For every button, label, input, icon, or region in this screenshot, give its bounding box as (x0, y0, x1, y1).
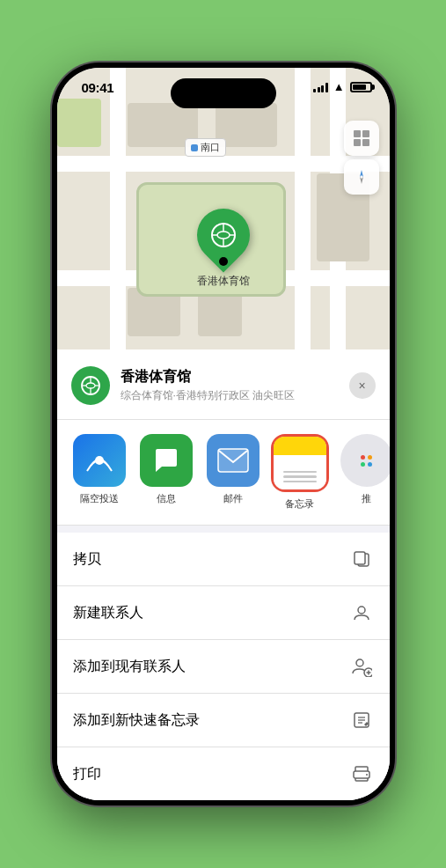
map-type-icon (352, 129, 371, 148)
venue-icon (78, 373, 103, 398)
share-more[interactable]: 推 (339, 434, 390, 511)
stadium-svg-icon (208, 220, 238, 250)
bottom-sheet: 香港体育馆 综合体育馆·香港特别行政区 油尖旺区 × 隔空 (57, 352, 390, 800)
person-add-icon (349, 654, 374, 679)
mail-label: 邮件 (223, 492, 243, 505)
action-copy-label: 拷贝 (73, 550, 101, 569)
svg-rect-6 (354, 130, 361, 137)
svg-marker-11 (360, 177, 363, 184)
notes-line-3 (283, 481, 317, 483)
location-pin: 香港体育馆 (197, 209, 250, 289)
action-add-quick-note-label: 添加到新快速备忘录 (73, 711, 200, 730)
airdrop-label: 隔空投送 (80, 492, 119, 505)
notes-label: 备忘录 (285, 497, 314, 511)
action-add-existing-contact[interactable]: 添加到现有联系人 (57, 640, 390, 694)
more-label: 推 (362, 492, 371, 505)
dynamic-island (171, 78, 276, 108)
airdrop-icon (73, 434, 126, 487)
status-icons: ▲ (313, 80, 371, 93)
svg-rect-9 (362, 139, 369, 146)
svg-point-13 (86, 383, 95, 388)
location-card-icon (71, 366, 110, 405)
map-location-label: 南口 (185, 138, 226, 157)
person-icon (349, 600, 374, 625)
svg-rect-19 (218, 449, 248, 472)
share-mail[interactable]: 邮件 (205, 434, 261, 511)
action-add-quick-note[interactable]: 添加到新快速备忘录 (57, 694, 390, 747)
share-messages[interactable]: 信息 (138, 434, 194, 511)
share-row: 隔空投送 信息 (57, 420, 390, 526)
wifi-icon: ▲ (333, 80, 345, 93)
svg-point-35 (366, 774, 368, 776)
notes-line-1 (283, 471, 317, 474)
svg-rect-8 (354, 139, 361, 146)
notes-line-2 (283, 475, 317, 478)
notes-icon-container (271, 434, 329, 492)
svg-point-24 (356, 659, 363, 666)
map-label-text: 南口 (201, 141, 220, 154)
location-card-text: 香港体育馆 综合体育馆·香港特别行政区 油尖旺区 (121, 368, 339, 403)
action-new-contact[interactable]: 新建联系人 (57, 586, 390, 640)
svg-marker-10 (360, 170, 363, 177)
battery-icon (350, 82, 372, 92)
action-print[interactable]: 打印 (57, 747, 390, 800)
location-button[interactable] (344, 159, 379, 195)
svg-rect-7 (362, 130, 369, 137)
phone-frame: 09:41 ▲ (52, 63, 395, 805)
messages-icon (140, 434, 193, 487)
pin-inner (201, 213, 245, 257)
action-list: 拷贝 新建联系人 (57, 533, 390, 800)
signal-bars-icon (313, 82, 328, 92)
phone-screen: 09:41 ▲ (57, 68, 390, 800)
action-print-label: 打印 (73, 765, 101, 783)
share-airdrop[interactable]: 隔空投送 (71, 434, 128, 511)
quick-note-icon (349, 708, 374, 732)
mail-svg (217, 448, 249, 473)
map-type-button[interactable] (344, 121, 379, 156)
close-button[interactable]: × (349, 372, 376, 399)
pin-label: 香港体育馆 (197, 274, 250, 289)
location-card-name: 香港体育馆 (121, 368, 339, 386)
print-icon (349, 761, 374, 786)
map-controls (344, 121, 379, 195)
messages-svg (151, 445, 181, 475)
notes-icon (274, 437, 326, 489)
action-add-existing-label: 添加到现有联系人 (73, 658, 186, 676)
mail-icon (207, 434, 260, 487)
share-notes[interactable]: 备忘录 (272, 434, 328, 511)
action-new-contact-label: 新建联系人 (73, 604, 143, 622)
svg-point-1 (217, 232, 230, 239)
location-card-address: 综合体育馆·香港特别行政区 油尖旺区 (121, 388, 339, 403)
svg-rect-22 (355, 552, 365, 564)
more-icon (340, 434, 390, 487)
compass-icon (353, 168, 370, 186)
messages-label: 信息 (157, 492, 176, 505)
copy-icon (349, 547, 374, 571)
pin-dot (219, 257, 228, 266)
status-time: 09:41 (82, 80, 114, 95)
action-copy[interactable]: 拷贝 (57, 533, 390, 586)
svg-point-23 (358, 607, 365, 614)
location-card: 香港体育馆 综合体育馆·香港特别行政区 油尖旺区 × (57, 352, 390, 420)
airdrop-svg (85, 446, 113, 474)
